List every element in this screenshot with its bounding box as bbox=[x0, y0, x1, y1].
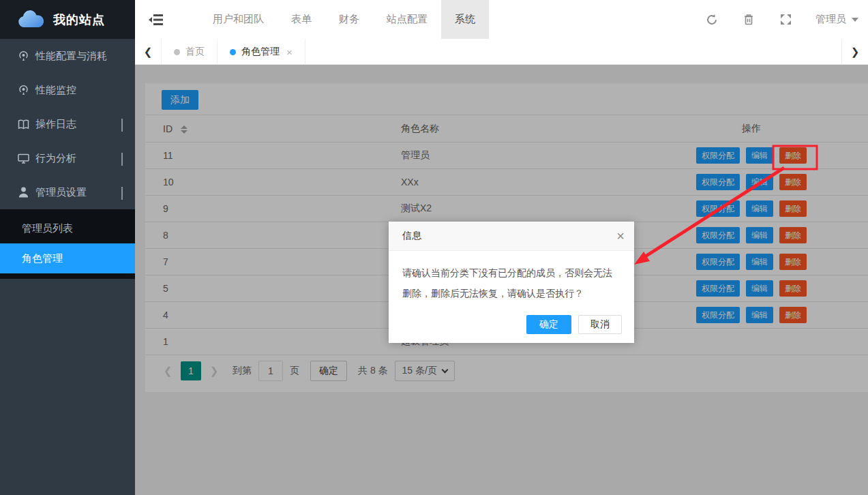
sidebar-item-label: 行为分析 bbox=[35, 152, 76, 165]
chevron-down-icon bbox=[852, 18, 858, 22]
topbar-actions: 管理员 bbox=[705, 0, 858, 39]
close-icon[interactable]: × bbox=[616, 222, 625, 251]
dialog-message: 请确认当前分类下没有已分配的成员，否则会无法删除，删除后无法恢复，请确认是否执行… bbox=[389, 251, 634, 303]
confirm-dialog: 信息 × 请确认当前分类下没有已分配的成员，否则会无法删除，删除后无法恢复，请确… bbox=[389, 222, 634, 343]
refresh-icon[interactable] bbox=[705, 13, 719, 27]
site-title: 我的站点 bbox=[53, 12, 105, 28]
book-icon bbox=[18, 119, 29, 130]
dialog-header: 信息 × bbox=[389, 222, 634, 251]
fullscreen-icon[interactable] bbox=[779, 13, 792, 27]
user-dropdown[interactable]: 管理员 bbox=[815, 13, 858, 26]
submenu-item-1[interactable]: 角色管理 bbox=[0, 243, 135, 273]
user-icon bbox=[18, 187, 29, 198]
nav-item-4[interactable]: 系统 bbox=[441, 0, 489, 39]
tab-dot-icon bbox=[174, 49, 180, 55]
sidebar: 我的站点 性能配置与消耗性能监控操作日志行为分析管理员设置 管理员列表角色管理 bbox=[0, 0, 135, 495]
sidebar-item-0[interactable]: 性能配置与消耗 bbox=[0, 39, 135, 73]
user-name: 管理员 bbox=[815, 13, 846, 26]
sidebar-item-label: 管理员设置 bbox=[35, 186, 87, 199]
confirm-button[interactable]: 确定 bbox=[526, 315, 571, 334]
tab-1[interactable]: 角色管理× bbox=[218, 39, 305, 65]
sidebar-item-label: 性能监控 bbox=[35, 84, 76, 97]
sidebar-item-2[interactable]: 操作日志 bbox=[0, 107, 135, 141]
brand: 我的站点 bbox=[0, 0, 135, 39]
sidebar-item-3[interactable]: 行为分析 bbox=[0, 141, 135, 175]
tab-0[interactable]: 首页 bbox=[162, 39, 218, 65]
broadcast-icon bbox=[18, 50, 29, 62]
nav-item-1[interactable]: 表单 bbox=[278, 0, 325, 39]
nav-item-2[interactable]: 财务 bbox=[325, 0, 373, 39]
tabs-scroll-left-icon[interactable]: ❮ bbox=[135, 39, 162, 65]
nav-item-0[interactable]: 用户和团队 bbox=[199, 0, 278, 39]
sidebar-item-1[interactable]: 性能监控 bbox=[0, 73, 135, 107]
tab-label: 角色管理 bbox=[241, 46, 280, 58]
broadcast-icon bbox=[18, 85, 29, 96]
sidebar-item-label: 操作日志 bbox=[35, 118, 76, 131]
cloud-logo-icon bbox=[16, 8, 45, 31]
tab-close-icon[interactable]: × bbox=[286, 46, 293, 58]
dialog-title: 信息 bbox=[402, 230, 421, 242]
sidebar-submenu: 管理员列表角色管理 bbox=[0, 209, 135, 279]
tab-bar: ❮ 首页角色管理× ❯ bbox=[135, 39, 868, 65]
monitor-icon bbox=[18, 153, 29, 164]
dialog-footer: 确定 取消 bbox=[526, 315, 622, 334]
tab-dot-icon bbox=[230, 49, 236, 55]
cancel-button[interactable]: 取消 bbox=[578, 315, 622, 334]
open-tabs: 首页角色管理× bbox=[162, 39, 305, 64]
main-menu: 用户和团队表单财务站点配置系统 bbox=[199, 0, 489, 39]
sidebar-menu: 性能配置与消耗性能监控操作日志行为分析管理员设置 bbox=[0, 39, 135, 209]
trash-icon[interactable] bbox=[742, 13, 755, 27]
top-navbar: 用户和团队表单财务站点配置系统 管理员 bbox=[135, 0, 868, 39]
tabs-scroll-right-icon[interactable]: ❯ bbox=[841, 39, 868, 65]
nav-item-3[interactable]: 站点配置 bbox=[373, 0, 441, 39]
sidebar-item-label: 性能配置与消耗 bbox=[35, 50, 107, 63]
tab-label: 首页 bbox=[185, 46, 205, 58]
collapse-sidebar-icon[interactable] bbox=[135, 0, 177, 39]
sidebar-item-4[interactable]: 管理员设置 bbox=[0, 175, 135, 209]
submenu-item-0[interactable]: 管理员列表 bbox=[0, 213, 135, 243]
